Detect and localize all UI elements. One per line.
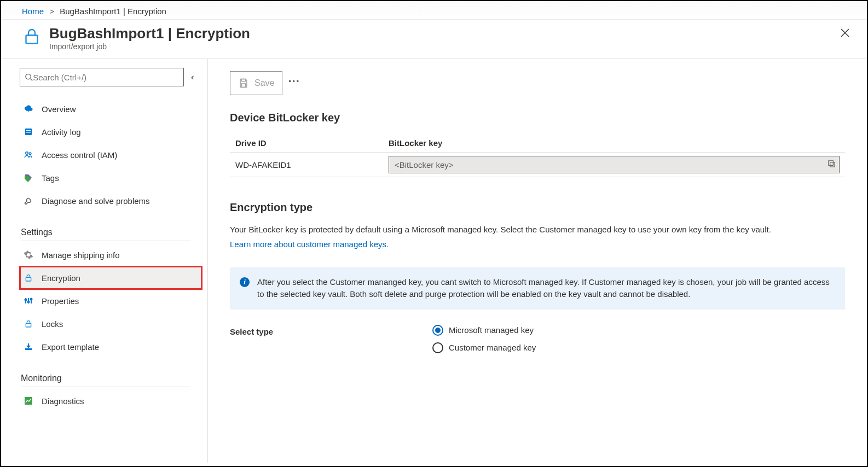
svg-rect-6 [26, 130, 31, 131]
svg-point-15 [28, 301, 30, 303]
svg-point-14 [25, 299, 27, 301]
col-drive-id: Drive ID [230, 134, 383, 153]
bitlocker-table: Drive ID BitLocker key WD-AFAKEID1 <BitL… [230, 134, 845, 177]
sidebar-item-label: Manage shipping info [42, 250, 120, 260]
sidebar-item-activity-log[interactable]: Activity log [20, 120, 202, 143]
sidebar-item-label: Encryption [42, 273, 80, 283]
page-header: BugBashImport1 | Encryption Import/expor… [1, 20, 867, 59]
info-icon: i [240, 277, 250, 287]
radio-icon [432, 325, 443, 336]
save-button[interactable]: Save [230, 71, 282, 95]
people-icon [23, 150, 34, 160]
search-icon [25, 73, 33, 81]
svg-rect-22 [830, 162, 835, 167]
lock-icon [22, 26, 42, 48]
sidebar-item-label: Access control (IAM) [42, 150, 117, 160]
sidebar-item-label: Export template [42, 342, 99, 352]
sidebar-item-diagnostics[interactable]: Diagnostics [20, 389, 202, 412]
svg-point-3 [26, 74, 31, 79]
breadcrumb-separator: > [49, 7, 54, 16]
breadcrumb: Home > BugBashImport1 | Encryption [1, 1, 867, 20]
svg-line-4 [30, 79, 32, 81]
more-actions-button[interactable]: ··· [288, 74, 299, 92]
lock-icon [23, 273, 34, 282]
page-subtitle: Import/export job [49, 42, 250, 51]
svg-point-8 [26, 152, 28, 155]
sidebar-item-label: Overview [42, 104, 76, 114]
encryption-type-radio-group: Microsoft managed key Customer managed k… [432, 325, 536, 353]
save-button-label: Save [254, 78, 274, 88]
svg-rect-10 [26, 277, 31, 281]
svg-rect-23 [829, 161, 833, 165]
sidebar-section-monitoring: Monitoring [21, 373, 190, 387]
save-icon [238, 78, 249, 89]
radio-customer-managed[interactable]: Customer managed key [432, 342, 536, 353]
sidebar-section-settings: Settings [21, 227, 190, 241]
main-content: Save ··· Device BitLocker key Drive ID B… [208, 59, 867, 463]
select-type-label: Select type [230, 325, 432, 336]
col-bitlocker-key: BitLocker key [383, 134, 845, 153]
sidebar-item-tags[interactable]: Tags [20, 166, 202, 189]
bitlocker-key-field[interactable]: <BitLocker key> [389, 156, 840, 173]
svg-point-16 [31, 299, 32, 300]
sidebar-item-encryption[interactable]: Encryption [20, 266, 202, 289]
svg-rect-17 [26, 323, 31, 327]
sidebar-item-diagnose[interactable]: Diagnose and solve problems [20, 189, 202, 212]
svg-rect-20 [242, 79, 246, 81]
lock-icon [23, 319, 34, 328]
sidebar-item-overview[interactable]: Overview [20, 97, 202, 120]
sidebar-item-label: Locks [42, 319, 63, 329]
log-icon [23, 127, 34, 136]
encryption-type-title: Encryption type [230, 201, 845, 214]
encryption-type-description: Your BitLocker key is protected by defau… [230, 224, 821, 236]
close-button[interactable] [836, 25, 854, 42]
sidebar-item-shipping-info[interactable]: Manage shipping info [20, 243, 202, 266]
sidebar-search[interactable] [20, 68, 184, 86]
svg-rect-0 [26, 36, 38, 44]
chart-icon [23, 396, 34, 405]
breadcrumb-home[interactable]: Home [22, 7, 44, 16]
sidebar-item-label: Diagnose and solve problems [42, 196, 150, 206]
learn-more-link[interactable]: Learn more about customer managed keys. [230, 240, 389, 249]
copy-icon[interactable] [828, 160, 836, 170]
sidebar-item-label: Activity log [42, 127, 81, 137]
wrench-icon [23, 196, 34, 206]
sidebar: ‹‹ Overview Activity log Access control … [1, 59, 208, 463]
bitlocker-key-value: <BitLocker key> [395, 160, 828, 170]
cloud-icon [23, 104, 34, 114]
radio-label: Customer managed key [449, 343, 536, 352]
radio-microsoft-managed[interactable]: Microsoft managed key [432, 325, 536, 336]
sidebar-item-properties[interactable]: Properties [20, 289, 202, 312]
radio-label: Microsoft managed key [449, 325, 534, 335]
table-row: WD-AFAKEID1 <BitLocker key> [230, 153, 845, 177]
info-banner-text: After you select the Customer mananged k… [257, 276, 835, 301]
export-icon [23, 342, 34, 351]
sidebar-item-export-template[interactable]: Export template [20, 335, 202, 358]
info-banner: i After you select the Customer mananged… [230, 267, 845, 310]
sidebar-item-label: Tags [42, 173, 59, 183]
drive-id-cell: WD-AFAKEID1 [230, 153, 383, 177]
svg-point-9 [29, 153, 31, 155]
search-input[interactable] [33, 73, 179, 82]
breadcrumb-current: BugBashImport1 | Encryption [60, 7, 166, 16]
sidebar-item-locks[interactable]: Locks [20, 312, 202, 335]
bitlocker-section-title: Device BitLocker key [230, 112, 845, 124]
svg-rect-7 [26, 132, 31, 133]
sidebar-item-label: Diagnostics [42, 396, 84, 406]
svg-rect-21 [242, 84, 246, 87]
page-title: BugBashImport1 | Encryption [49, 25, 250, 42]
sidebar-item-access-control[interactable]: Access control (IAM) [20, 143, 202, 166]
toolbar: Save ··· [230, 71, 845, 95]
gear-icon [23, 250, 34, 260]
tag-icon [23, 173, 34, 182]
properties-icon [23, 296, 34, 305]
sidebar-item-label: Properties [42, 296, 79, 306]
svg-rect-18 [25, 348, 32, 350]
radio-icon [432, 342, 443, 353]
